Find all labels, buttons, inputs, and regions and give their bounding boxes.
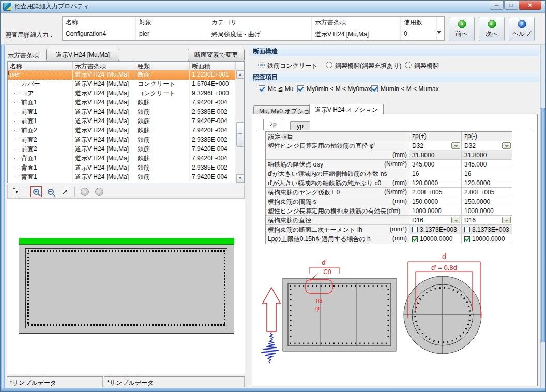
subtab-zp[interactable]: zp (263, 119, 283, 130)
grid-setting-label: 横拘束筋の断面二次モーメント Ih(mm⁴) (266, 225, 410, 234)
cell-spec: 道示V H24 [Mu,Ma] (73, 117, 135, 126)
dropdown-button[interactable] (451, 217, 460, 223)
grid-header: 設定項目 zp(+) zp(-) (266, 132, 512, 141)
minimize-button[interactable] (490, 1, 504, 10)
grid-row: 横拘束筋の直径D16D16 (266, 216, 512, 225)
load-arrow-icon (263, 288, 280, 331)
value-checkbox[interactable] (412, 236, 418, 242)
back-circle-icon (81, 188, 89, 196)
grid-value-cell[interactable]: 3.1373E+003 (462, 225, 512, 234)
spec-clause-button[interactable]: 道示V H24 [Mu,Ma] (46, 49, 119, 61)
scroll-down-icon[interactable] (236, 174, 244, 183)
grid-value-cell[interactable]: 31.8000 (410, 150, 462, 159)
label-d-prime: d' (322, 259, 327, 266)
cell-spec: 道示V H24 [Mu,Ma] (73, 173, 135, 182)
grid-setting-unit: (mm) (392, 179, 407, 187)
grid-value-cell[interactable]: 16 (462, 169, 512, 178)
dropdown-button[interactable] (502, 217, 511, 223)
view-forward-button[interactable] (93, 186, 105, 197)
config-column-usage: 使用数 0 (401, 17, 437, 40)
next-button[interactable]: 次へ (479, 17, 505, 41)
zoom-out-button[interactable] (44, 186, 56, 197)
grid-value-cell[interactable]: 10000.0000 (410, 234, 462, 244)
col-header-kind[interactable]: 種類 (135, 62, 190, 70)
prev-button[interactable]: 前へ (449, 17, 475, 41)
grid-col-zp-plus: zp(+) (410, 132, 462, 141)
view-back-button[interactable] (79, 186, 90, 197)
grid-value-cell[interactable]: 150.0000 (410, 197, 462, 206)
grid-value-cell[interactable]: D16 (462, 216, 512, 224)
tab-dousi-h24-options[interactable]: 道示V H24 オプション (309, 104, 384, 114)
chevron-down-icon[interactable] (437, 31, 441, 36)
grid-setting-text: 軸鉄筋の降伏点 σsy (268, 160, 323, 168)
configuration-selector[interactable]: 名称 Configuration4 対象 pier カテゴリ 終局強度法 - 曲… (62, 16, 445, 41)
change-by-section-element-button[interactable]: 断面要素で変更 (188, 49, 245, 61)
pan-button[interactable] (59, 186, 71, 197)
section-table: 名称 示方書条項 種類 断面積 pier道示V H24 [Mu,Ma]断面1.2… (7, 61, 245, 183)
close-button[interactable] (519, 1, 541, 10)
col-header-area[interactable]: 断面積 (190, 62, 236, 70)
checkbox-my0[interactable] (297, 85, 304, 92)
dropdown-button[interactable] (451, 142, 460, 149)
table-scrollbar[interactable] (236, 70, 244, 183)
grid-value: 1000.0000 (464, 207, 494, 215)
left-scrollbar[interactable] (1, 45, 5, 388)
grid-value-cell[interactable]: D16 (410, 216, 462, 224)
grid-row: 塑性ヒンジ長算定用の横拘束鉄筋の有効長(d'm)1000.00001000.00… (266, 206, 512, 216)
table-row[interactable]: pier道示V H24 [Mu,Ma]断面1.2230E+001 (8, 70, 236, 80)
subtab-yp[interactable]: yp (290, 121, 310, 130)
table-row[interactable]: 背面1道示V H24 [Mu,Ma]鉄筋7.9420E-004 (8, 173, 236, 182)
table-row[interactable]: 前面2道示V H24 [Mu,Ma]鉄筋2.9385E-002 (8, 135, 236, 145)
scroll-up-icon[interactable] (236, 70, 244, 79)
grid-value-cell[interactable]: 120.0000 (462, 178, 512, 187)
grid-value-cell[interactable]: 345.000 (410, 160, 462, 169)
grid-value-cell[interactable]: 31.8000 (462, 150, 512, 159)
grid-value: 10000.0000 (472, 235, 505, 243)
scrollbar-thumb[interactable] (236, 122, 244, 147)
table-row[interactable]: カバー道示V H24 [Mu,Ma]コンクリート1.6704E+000 (8, 80, 236, 89)
grid-value: 150.0000 (412, 198, 438, 205)
table-row[interactable]: 背面1道示V H24 [Mu,Ma]鉄筋7.9420E-004 (8, 154, 236, 163)
grid-value-cell[interactable]: 16 (410, 169, 462, 178)
maximize-button[interactable] (504, 1, 518, 10)
checkbox-mc-mu[interactable] (259, 85, 265, 92)
right-scrollbar-thumb[interactable] (541, 108, 545, 342)
col-header-spec[interactable]: 示方書条項 (73, 62, 135, 70)
radio-reinforced-concrete[interactable] (258, 62, 265, 68)
table-row[interactable]: コア道示V H24 [Mu,Ma]コンクリート9.3296E+000 (8, 89, 236, 98)
grid-value-cell[interactable]: 120.0000 (410, 178, 462, 187)
cell-area: 7.9420E-004 (190, 126, 236, 135)
value-checkbox[interactable] (464, 227, 470, 232)
grid-value: 345.000 (412, 161, 434, 168)
grid-value-cell[interactable]: 1000.0000 (410, 206, 462, 215)
grid-value-cell[interactable]: D32 (462, 141, 512, 150)
zoom-in-button[interactable] (30, 186, 42, 197)
help-button[interactable]: ヘルプ (509, 17, 535, 41)
table-row[interactable]: 前面1道示V H24 [Mu,Ma]鉄筋7.9420E-004 (8, 117, 236, 126)
dropdown-button[interactable] (502, 142, 511, 149)
grid-value-cell[interactable]: 345.000 (462, 160, 512, 169)
grid-value-cell[interactable]: 1000.0000 (462, 206, 512, 215)
table-row[interactable]: 背面1道示V H24 [Mu,Ma]鉄筋2.9385E-002 (8, 163, 236, 173)
col-header-name[interactable]: 名称 (8, 62, 73, 70)
radio-steel-pier[interactable] (405, 62, 412, 68)
fit-view-button[interactable] (10, 186, 22, 197)
rebar-dots-right (224, 253, 225, 324)
table-row[interactable]: 前面2道示V H24 [Mu,Ma]鉄筋7.9420E-004 (8, 126, 236, 135)
checkbox-mu[interactable] (371, 85, 378, 92)
table-row[interactable]: 前面1道示V H24 [Mu,Ma]鉄筋2.9385E-002 (8, 108, 236, 117)
grid-value-cell[interactable]: 2.00E+005 (462, 188, 512, 197)
grid-value-cell[interactable]: 150.0000 (462, 197, 512, 206)
grid-value-cell[interactable]: 3.1373E+003 (410, 225, 462, 234)
cell-kind: コンクリート (135, 89, 190, 98)
radio-steel-pier-filled[interactable] (326, 62, 332, 68)
grid-value-cell[interactable]: 2.00E+005 (410, 188, 462, 197)
config-column-spec: 示方書条項 道示V H24 [Mu,Ma] (312, 17, 401, 40)
cell-area: 9.3296E+000 (190, 89, 236, 98)
value-checkbox[interactable] (412, 227, 418, 232)
grid-value-cell[interactable]: D32 (410, 141, 462, 150)
value-checkbox[interactable] (464, 236, 470, 242)
grid-value-cell[interactable]: 10000.0000 (462, 234, 512, 244)
table-row[interactable]: 前面1道示V H24 [Mu,Ma]鉄筋7.9420E-004 (8, 98, 236, 108)
table-row[interactable]: 前面2道示V H24 [Mu,Ma]鉄筋7.9420E-004 (8, 145, 236, 154)
